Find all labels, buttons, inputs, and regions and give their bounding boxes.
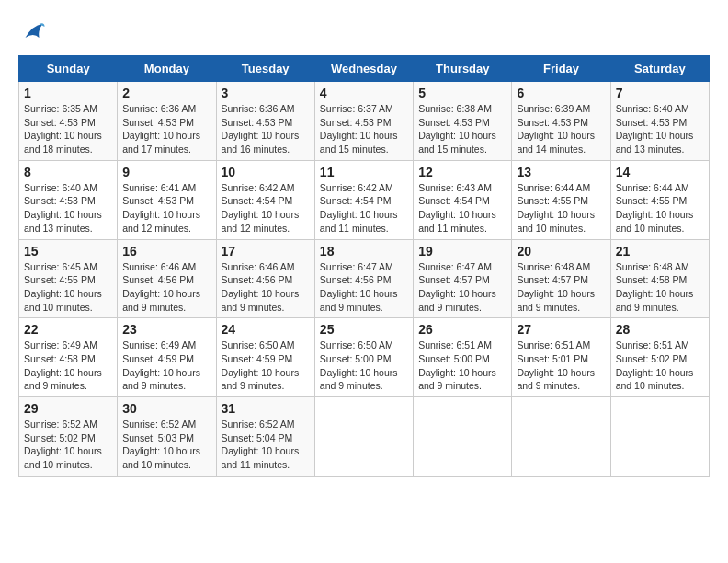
calendar-week-1: 1 Sunrise: 6:35 AMSunset: 4:53 PMDayligh… (19, 82, 710, 161)
day-detail: Sunrise: 6:51 AMSunset: 5:02 PMDaylight:… (616, 339, 704, 393)
day-number: 27 (517, 322, 605, 337)
calendar-cell: 18 Sunrise: 6:47 AMSunset: 4:56 PMDaylig… (314, 239, 413, 318)
day-detail: Sunrise: 6:44 AMSunset: 4:55 PMDaylight:… (616, 181, 704, 236)
day-detail: Sunrise: 6:52 AMSunset: 5:02 PMDaylight:… (24, 418, 112, 472)
day-detail: Sunrise: 6:48 AMSunset: 4:58 PMDaylight:… (616, 260, 704, 315)
day-number: 28 (616, 322, 704, 337)
day-detail: Sunrise: 6:42 AMSunset: 4:54 PMDaylight:… (320, 181, 408, 236)
calendar-cell: 26 Sunrise: 6:51 AMSunset: 5:00 PMDaylig… (414, 318, 512, 397)
logo-icon (18, 18, 46, 46)
header-sunday: Sunday (19, 56, 118, 82)
day-number: 24 (222, 322, 310, 337)
calendar-header-row: SundayMondayTuesdayWednesdayThursdayFrid… (19, 56, 710, 82)
calendar-cell: 13 Sunrise: 6:44 AMSunset: 4:55 PMDaylig… (512, 160, 610, 239)
day-detail: Sunrise: 6:51 AMSunset: 5:00 PMDaylight:… (418, 339, 506, 393)
calendar-cell: 17 Sunrise: 6:46 AMSunset: 4:56 PMDaylig… (216, 239, 314, 318)
calendar-cell: 19 Sunrise: 6:47 AMSunset: 4:57 PMDaylig… (414, 239, 512, 318)
calendar-cell: 29 Sunrise: 6:52 AMSunset: 5:02 PMDaylig… (19, 397, 118, 477)
header-friday: Friday (512, 56, 610, 82)
header-monday: Monday (118, 56, 216, 82)
day-detail: Sunrise: 6:52 AMSunset: 5:03 PMDaylight:… (122, 418, 210, 472)
calendar-cell: 31 Sunrise: 6:52 AMSunset: 5:04 PMDaylig… (216, 397, 314, 477)
day-number: 17 (222, 244, 310, 259)
day-detail: Sunrise: 6:38 AMSunset: 4:53 PMDaylight:… (418, 102, 506, 156)
day-number: 12 (418, 165, 506, 179)
calendar-cell: 12 Sunrise: 6:43 AMSunset: 4:54 PMDaylig… (414, 160, 512, 239)
header-tuesday: Tuesday (216, 56, 314, 82)
day-number: 3 (222, 86, 310, 100)
day-detail: Sunrise: 6:37 AMSunset: 4:53 PMDaylight:… (320, 102, 408, 156)
day-number: 4 (320, 86, 408, 100)
day-number: 18 (320, 244, 408, 259)
calendar-cell: 30 Sunrise: 6:52 AMSunset: 5:03 PMDaylig… (118, 397, 216, 477)
calendar-cell: 21 Sunrise: 6:48 AMSunset: 4:58 PMDaylig… (610, 239, 709, 318)
day-detail: Sunrise: 6:40 AMSunset: 4:53 PMDaylight:… (24, 181, 112, 236)
day-detail: Sunrise: 6:45 AMSunset: 4:55 PMDaylight:… (24, 260, 112, 315)
day-number: 9 (122, 165, 210, 179)
calendar-cell: 28 Sunrise: 6:51 AMSunset: 5:02 PMDaylig… (610, 318, 709, 397)
calendar-cell: 1 Sunrise: 6:35 AMSunset: 4:53 PMDayligh… (19, 82, 118, 161)
day-detail: Sunrise: 6:40 AMSunset: 4:53 PMDaylight:… (616, 102, 704, 156)
day-number: 2 (122, 86, 210, 100)
calendar-cell (414, 397, 512, 477)
day-number: 16 (122, 244, 210, 259)
calendar-cell: 15 Sunrise: 6:45 AMSunset: 4:55 PMDaylig… (19, 239, 118, 318)
day-detail: Sunrise: 6:48 AMSunset: 4:57 PMDaylight:… (517, 260, 605, 315)
day-detail: Sunrise: 6:36 AMSunset: 4:53 PMDaylight:… (222, 102, 310, 156)
calendar-cell: 3 Sunrise: 6:36 AMSunset: 4:53 PMDayligh… (216, 82, 314, 161)
day-detail: Sunrise: 6:46 AMSunset: 4:56 PMDaylight:… (122, 260, 210, 315)
day-detail: Sunrise: 6:35 AMSunset: 4:53 PMDaylight:… (24, 102, 112, 156)
day-detail: Sunrise: 6:49 AMSunset: 4:58 PMDaylight:… (24, 339, 112, 393)
calendar-week-2: 8 Sunrise: 6:40 AMSunset: 4:53 PMDayligh… (19, 160, 710, 239)
day-number: 31 (222, 401, 310, 416)
day-detail: Sunrise: 6:49 AMSunset: 4:59 PMDaylight:… (122, 339, 210, 393)
day-number: 7 (616, 86, 704, 100)
day-detail: Sunrise: 6:36 AMSunset: 4:53 PMDaylight:… (122, 102, 210, 156)
day-number: 14 (616, 165, 704, 179)
calendar-cell: 5 Sunrise: 6:38 AMSunset: 4:53 PMDayligh… (414, 82, 512, 161)
day-detail: Sunrise: 6:52 AMSunset: 5:04 PMDaylight:… (222, 418, 310, 472)
calendar-table: SundayMondayTuesdayWednesdayThursdayFrid… (18, 55, 710, 477)
calendar-week-5: 29 Sunrise: 6:52 AMSunset: 5:02 PMDaylig… (19, 397, 710, 477)
day-detail: Sunrise: 6:50 AMSunset: 4:59 PMDaylight:… (222, 339, 310, 393)
day-number: 22 (24, 322, 112, 337)
calendar-cell: 16 Sunrise: 6:46 AMSunset: 4:56 PMDaylig… (118, 239, 216, 318)
calendar-cell: 6 Sunrise: 6:39 AMSunset: 4:53 PMDayligh… (512, 82, 610, 161)
day-number: 11 (320, 165, 408, 179)
calendar-week-3: 15 Sunrise: 6:45 AMSunset: 4:55 PMDaylig… (19, 239, 710, 318)
day-detail: Sunrise: 6:51 AMSunset: 5:01 PMDaylight:… (517, 339, 605, 393)
calendar-cell (610, 397, 709, 477)
calendar-cell: 10 Sunrise: 6:42 AMSunset: 4:54 PMDaylig… (216, 160, 314, 239)
calendar-cell: 2 Sunrise: 6:36 AMSunset: 4:53 PMDayligh… (118, 82, 216, 161)
day-number: 10 (222, 165, 310, 179)
day-detail: Sunrise: 6:41 AMSunset: 4:53 PMDaylight:… (122, 181, 210, 236)
day-number: 8 (24, 165, 112, 179)
calendar-cell: 11 Sunrise: 6:42 AMSunset: 4:54 PMDaylig… (314, 160, 413, 239)
day-number: 30 (122, 401, 210, 416)
calendar-cell: 27 Sunrise: 6:51 AMSunset: 5:01 PMDaylig… (512, 318, 610, 397)
day-detail: Sunrise: 6:47 AMSunset: 4:57 PMDaylight:… (418, 260, 506, 315)
calendar-cell: 14 Sunrise: 6:44 AMSunset: 4:55 PMDaylig… (610, 160, 709, 239)
header-saturday: Saturday (610, 56, 709, 82)
calendar-cell: 24 Sunrise: 6:50 AMSunset: 4:59 PMDaylig… (216, 318, 314, 397)
calendar-cell: 4 Sunrise: 6:37 AMSunset: 4:53 PMDayligh… (314, 82, 413, 161)
day-number: 1 (24, 86, 112, 100)
day-number: 26 (418, 322, 506, 337)
day-number: 15 (24, 244, 112, 259)
day-detail: Sunrise: 6:39 AMSunset: 4:53 PMDaylight:… (517, 102, 605, 156)
calendar-cell: 8 Sunrise: 6:40 AMSunset: 4:53 PMDayligh… (19, 160, 118, 239)
day-number: 19 (418, 244, 506, 259)
day-number: 5 (418, 86, 506, 100)
day-number: 29 (24, 401, 112, 416)
page-header (18, 18, 710, 46)
calendar-cell: 23 Sunrise: 6:49 AMSunset: 4:59 PMDaylig… (118, 318, 216, 397)
calendar-cell (314, 397, 413, 477)
day-detail: Sunrise: 6:46 AMSunset: 4:56 PMDaylight:… (222, 260, 310, 315)
day-detail: Sunrise: 6:43 AMSunset: 4:54 PMDaylight:… (418, 181, 506, 236)
header-wednesday: Wednesday (314, 56, 413, 82)
day-detail: Sunrise: 6:50 AMSunset: 5:00 PMDaylight:… (320, 339, 408, 393)
day-number: 23 (122, 322, 210, 337)
day-detail: Sunrise: 6:44 AMSunset: 4:55 PMDaylight:… (517, 181, 605, 236)
calendar-cell: 22 Sunrise: 6:49 AMSunset: 4:58 PMDaylig… (19, 318, 118, 397)
calendar-cell: 7 Sunrise: 6:40 AMSunset: 4:53 PMDayligh… (610, 82, 709, 161)
